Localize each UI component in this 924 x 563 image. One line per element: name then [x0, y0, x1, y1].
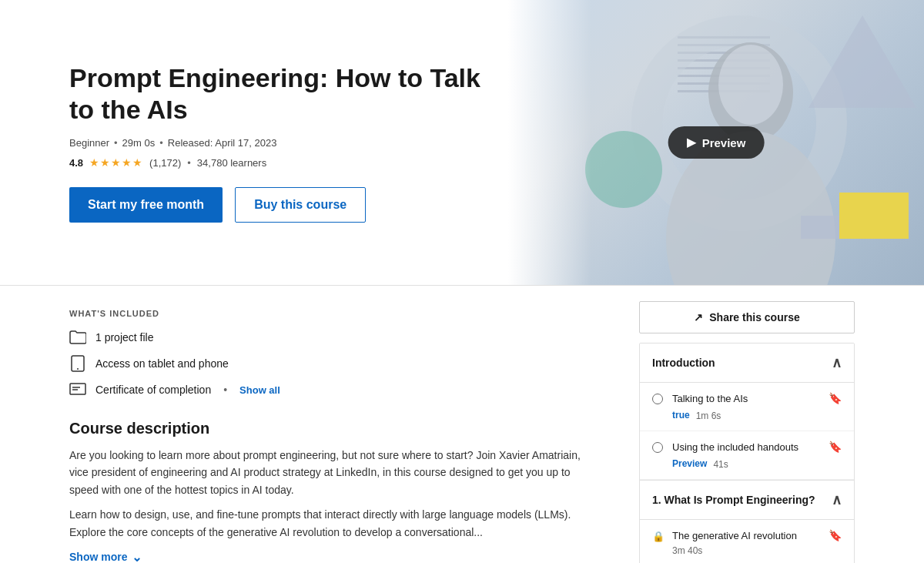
chevron-up-icon-2: ∧ — [832, 491, 842, 508]
nav-item-talking: Talking to the AIs true 1m 6s 🔖 — [640, 383, 854, 431]
included-item-certificate: Certificate of completion • Show all — [69, 381, 593, 398]
svg-point-2 — [718, 45, 783, 125]
hero-section: Prompt Engineering: How to Talk to the A… — [0, 0, 924, 285]
whats-included-label: WHAT'S INCLUDED — [69, 309, 593, 318]
nav-item-talking-duration: 1m 6s — [696, 411, 721, 421]
certificate-icon — [69, 381, 86, 398]
nav-item-generative-content: The generative AI revolution 3m 40s — [672, 529, 819, 555]
nav-item-handouts-content: Using the included handouts Preview 41s — [672, 441, 819, 470]
course-released: Released: April 17, 2023 — [168, 137, 277, 149]
play-icon: ▶ — [687, 136, 696, 149]
included-project-text: 1 project file — [95, 331, 153, 343]
meta-dot-3: • — [187, 157, 191, 169]
share-course-label: Share this course — [709, 311, 800, 323]
included-tablet-text: Access on tablet and phone — [95, 357, 229, 370]
hero-content: Prompt Engineering: How to Talk to the A… — [0, 0, 539, 285]
svg-rect-5 — [70, 384, 85, 394]
decorative-rect-small — [801, 216, 839, 239]
nav-item-circle-1 — [652, 394, 663, 404]
main-content: WHAT'S INCLUDED 1 project file Access on… — [0, 286, 924, 563]
share-icon: ↗ — [694, 311, 703, 323]
course-description-text1: Are you looking to learn more about prom… — [69, 447, 593, 498]
nav-section-introduction[interactable]: Introduction ∧ — [640, 343, 854, 383]
buy-course-button[interactable]: Buy this course — [235, 187, 366, 223]
show-more-button[interactable]: Show more ⌄ — [69, 550, 142, 563]
svg-point-4 — [77, 368, 79, 370]
preview-button[interactable]: ▶ Preview — [668, 126, 765, 159]
folder-icon — [69, 329, 86, 346]
rating-count: (1,172) — [149, 157, 181, 169]
bookmark-icon-2[interactable]: 🔖 — [829, 441, 842, 453]
course-duration: 29m 0s — [122, 137, 156, 149]
tablet-icon — [69, 355, 86, 372]
nav-item-talking-content: Talking to the AIs true 1m 6s — [672, 392, 819, 421]
nav-item-generative: 🔒 The generative AI revolution 3m 40s 🔖 — [640, 520, 854, 563]
nav-item-handouts-duration: 41s — [713, 459, 728, 470]
start-free-month-button[interactable]: Start my free month — [69, 187, 223, 223]
right-panel: ↗ Share this course Introduction ∧ Talki… — [624, 286, 855, 563]
bookmark-icon-3[interactable]: 🔖 — [829, 529, 842, 541]
decorative-rect-yellow — [839, 193, 909, 239]
show-more-label: Show more — [69, 551, 127, 563]
nav-item-handouts-title: Using the included handouts — [672, 441, 819, 454]
included-cert-text: Certificate of completion — [95, 384, 211, 396]
course-nav-section: Introduction ∧ Talking to the AIs true 1… — [639, 343, 855, 563]
included-item-tablet: Access on tablet and phone — [69, 355, 593, 372]
share-course-button[interactable]: ↗ Share this course — [639, 301, 855, 333]
meta-dot-1: • — [114, 137, 118, 149]
chevron-down-icon: ⌄ — [132, 550, 142, 563]
rating-row: 4.8 ★★★★★ (1,172) • 34,780 learners — [69, 156, 493, 169]
nav-section-prompt-engineering[interactable]: 1. What Is Prompt Engineering? ∧ — [640, 480, 854, 520]
rating-score: 4.8 — [69, 157, 83, 169]
meta-dot-2: • — [159, 137, 163, 149]
bookmark-icon-1[interactable]: 🔖 — [829, 392, 842, 404]
preview-label: Preview — [702, 136, 746, 149]
hero-image: ▶ Preview — [508, 0, 924, 285]
nav-item-generative-title: The generative AI revolution — [672, 529, 819, 543]
nav-item-generative-duration: 3m 40s — [672, 545, 819, 556]
lock-icon: 🔒 — [652, 531, 663, 541]
included-item-project: 1 project file — [69, 329, 593, 346]
nav-item-handouts: Using the included handouts Preview 41s … — [640, 431, 854, 480]
preview-tag-1[interactable]: true — [672, 410, 690, 421]
course-description-text2: Learn how to design, use, and fine-tune … — [69, 506, 593, 541]
nav-item-circle-2 — [652, 442, 663, 453]
cert-dot: • — [223, 384, 227, 396]
course-description-title: Course description — [69, 420, 593, 437]
left-panel: WHAT'S INCLUDED 1 project file Access on… — [69, 286, 624, 563]
cta-buttons: Start my free month Buy this course — [69, 187, 493, 223]
nav-section-prompt-engineering-title: 1. What Is Prompt Engineering? — [652, 494, 815, 506]
chevron-up-icon: ∧ — [832, 354, 842, 371]
preview-tag-2[interactable]: Preview — [672, 458, 707, 469]
course-title: Prompt Engineering: How to Talk to the A… — [69, 62, 493, 126]
learner-count: 34,780 learners — [197, 157, 266, 169]
star-icons: ★★★★★ — [89, 156, 143, 169]
nav-item-talking-title: Talking to the AIs — [672, 392, 819, 406]
nav-section-introduction-title: Introduction — [652, 357, 715, 369]
course-meta: Beginner • 29m 0s • Released: April 17, … — [69, 137, 493, 149]
show-all-link[interactable]: Show all — [239, 384, 280, 396]
course-level: Beginner — [69, 137, 109, 149]
